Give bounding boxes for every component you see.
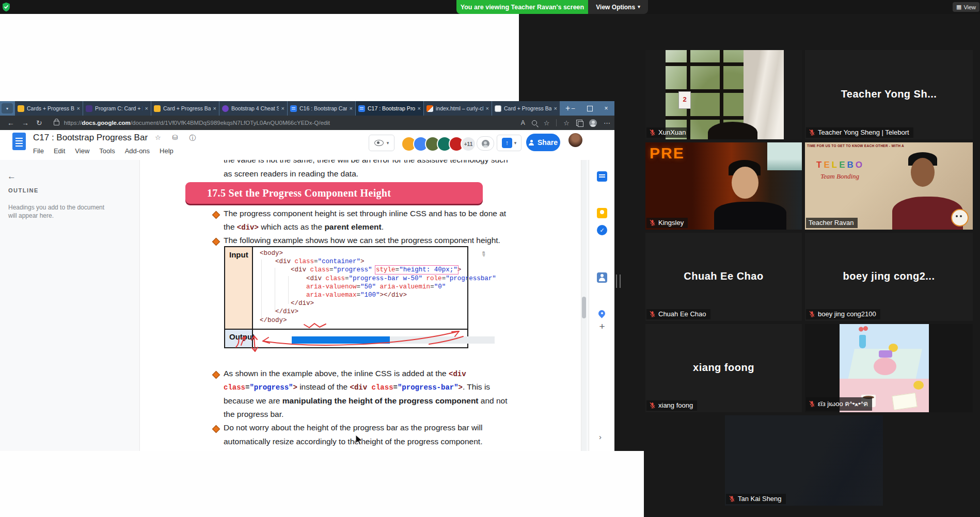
tab-close-icon[interactable]: × <box>213 105 216 111</box>
tab-actions-button[interactable]: ▾ <box>2 103 13 114</box>
video-thumbnail: PRE <box>645 142 802 230</box>
docs-header: C17 : Bootstrap Progress Bar ☆ ⛁ ⓘ File … <box>0 130 614 160</box>
menu-addons[interactable]: Add-ons <box>125 147 150 155</box>
view-options-button[interactable]: View Options ▾ <box>588 0 648 14</box>
participant-name-chip: Teacher Ravan <box>806 218 858 228</box>
participant-display-name: boey jing cong2... <box>805 270 973 282</box>
video-thumbnail: 2 <box>666 50 784 139</box>
share-label: Share <box>538 138 558 147</box>
join-call-chip[interactable] <box>477 136 494 151</box>
zoom-page-icon[interactable] <box>532 120 537 125</box>
bullet-diamond-icon <box>212 238 220 246</box>
tab-index-html-repl[interactable]: index.html – curly-chip-ai × <box>424 101 492 116</box>
tab-close-icon[interactable]: × <box>418 105 421 111</box>
back-icon[interactable]: ← <box>7 119 14 127</box>
google-docs-icon[interactable] <box>12 133 26 150</box>
contacts-icon[interactable] <box>597 272 607 283</box>
video-tile-chuah-ee-chao[interactable]: Chuah Ee Chao Chuah Ee Chao <box>645 233 802 321</box>
menu-help[interactable]: Help <box>160 147 173 155</box>
browser-profile-icon[interactable] <box>589 119 597 127</box>
participant-name-chip: Chuah Ee Chao <box>646 309 710 319</box>
browser-url-bar: ← → ↻ https://docs.google.com/document/d… <box>0 116 614 130</box>
panel-resize-handle[interactable] <box>616 274 621 288</box>
collections-icon[interactable] <box>576 120 582 126</box>
tab-cards-progress-1[interactable]: Cards + Progress Bar Chall × <box>15 101 83 116</box>
share-button[interactable]: Share <box>526 134 560 151</box>
tab-favicon <box>154 105 161 112</box>
lock-icon <box>54 121 59 125</box>
tab-c16-bootstrap-cards[interactable]: C16 : Bootstrap Cards - G × <box>288 101 356 116</box>
tasks-icon[interactable]: ✓ <box>597 225 607 235</box>
forward-icon[interactable]: → <box>22 119 29 127</box>
video-thumbnail <box>725 415 883 506</box>
menu-edit[interactable]: Edit <box>54 147 65 155</box>
document-status-icon[interactable]: ⓘ <box>189 134 196 143</box>
tab-bootstrap-cheatsheet[interactable]: Bootstrap 4 Cheat Sheet - × <box>219 101 288 116</box>
refresh-icon[interactable]: ↻ <box>36 119 42 127</box>
tab-favicon <box>358 105 365 112</box>
video-tile-tan-kai-sheng[interactable]: Tan Kai Sheng <box>725 415 883 506</box>
window-maximize-button[interactable] <box>581 101 598 116</box>
bullet-diamond-icon <box>212 211 220 219</box>
video-tile-boey-jing-cong[interactable]: boey jing cong2... boey jing cong2100 <box>805 233 973 321</box>
collapse-panel-chevron-icon[interactable]: › <box>599 432 602 441</box>
view-mode-button[interactable]: ▾ <box>369 135 394 151</box>
view-button[interactable]: ▦ View <box>953 2 979 12</box>
mouse-cursor <box>355 434 364 446</box>
video-tile-xiang-foong[interactable]: xiang foong xiang foong <box>645 324 802 412</box>
document-title[interactable]: C17 : Bootstrap Progress Bar <box>33 133 148 143</box>
section-heading: 17.5 Set the Progress Component Height <box>207 182 391 204</box>
output-content-cell <box>253 329 467 348</box>
outline-title: OUTLINE <box>8 187 39 193</box>
favorites-bar-icon[interactable]: ☆ <box>563 119 570 127</box>
star-document-icon[interactable]: ☆ <box>155 134 161 143</box>
participant-display-name: Chuah Ee Chao <box>645 270 802 282</box>
maps-icon[interactable] <box>597 310 607 320</box>
menu-view[interactable]: View <box>75 147 89 155</box>
move-folder-icon[interactable]: ⛁ <box>172 134 178 143</box>
tab-favicon <box>290 105 297 112</box>
tab-card-progress-2[interactable]: Card + Progress Bar Challe × <box>151 101 219 116</box>
tab-card-progress-3[interactable]: Card + Progress Bar Challe × <box>492 101 560 116</box>
share-person-icon <box>529 140 534 145</box>
code-block: <body> <div class="container"> <div clas… <box>260 249 496 325</box>
doc-bullet-line: As shown in the example above, the inlin… <box>224 369 466 378</box>
tab-close-icon[interactable]: × <box>77 105 80 111</box>
present-button[interactable]: ↑ ▾ <box>497 135 521 151</box>
window-close-button[interactable]: × <box>598 101 614 116</box>
window-minimize-button[interactable]: – <box>565 101 581 116</box>
video-tile-teacher-ravan-active-speaker[interactable]: TIME FOR US TO GET TO KNOW EACH OTHER - … <box>805 142 973 230</box>
tab-close-icon[interactable]: × <box>281 105 284 111</box>
settings-ellipsis-icon[interactable]: ⋯ <box>604 119 610 127</box>
add-addon-icon[interactable]: + <box>597 321 607 332</box>
document-page[interactable]: the value is not the same, there will be… <box>139 160 581 451</box>
menu-tools[interactable]: Tools <box>99 147 115 155</box>
participant-display-name: xiang foong <box>645 362 802 374</box>
tab-c17-bootstrap-progress-active[interactable]: C17 : Bootstrap Progress B × <box>356 101 424 116</box>
calendar-icon[interactable] <box>597 171 607 182</box>
keep-icon[interactable] <box>597 208 607 218</box>
mic-off-icon <box>649 219 656 226</box>
menu-file[interactable]: File <box>33 147 44 155</box>
doc-bullet-line: Do not worry about the height of the pro… <box>224 423 482 432</box>
video-tile-teacher-yong-sheng[interactable]: Teacher Yong Sh... Teacher Yong Sheng | … <box>805 50 973 139</box>
desktop-background-bottom <box>0 451 644 517</box>
document-scrollbar-thumb[interactable] <box>582 297 586 318</box>
mic-off-icon <box>649 129 656 136</box>
tab-close-icon[interactable]: × <box>554 105 557 111</box>
url-text[interactable]: https://docs.google.com/document/d/1Vf0V… <box>64 120 330 126</box>
tab-close-icon[interactable]: × <box>486 105 489 111</box>
read-aloud-icon[interactable]: A <box>521 119 525 126</box>
favorite-star-icon[interactable]: ☆ <box>544 119 550 127</box>
video-tile-jiwoo[interactable]: εϊз jιωoo ฅ^•ﻌ•^ฅ <box>805 324 973 412</box>
video-tile-kingsley[interactable]: PRE Kingsley <box>645 142 802 230</box>
tab-close-icon[interactable]: × <box>350 105 353 111</box>
tab-program-c[interactable]: Program C: Card + Progres × <box>83 101 151 116</box>
video-tile-xunxuan[interactable]: 2 XunXuan <box>645 50 802 139</box>
account-avatar[interactable] <box>568 133 582 147</box>
outline-back-arrow[interactable]: ← <box>7 171 16 182</box>
collaborator-overflow-badge[interactable]: +11 <box>461 136 476 152</box>
person-icon <box>482 140 489 148</box>
tab-close-icon[interactable]: × <box>145 105 148 111</box>
doc-bullet-line: automatically resize accordingly to the … <box>224 437 482 446</box>
